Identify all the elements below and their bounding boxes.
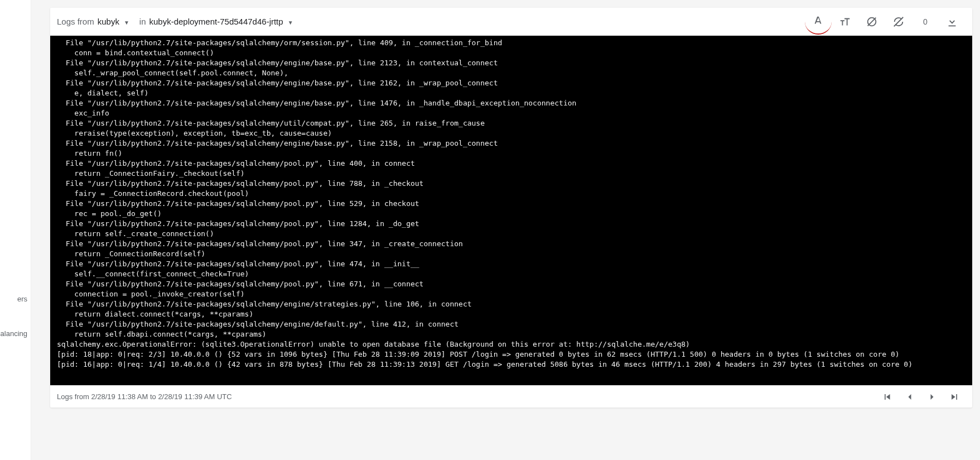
text-color-button[interactable] bbox=[805, 9, 832, 35]
next-page-button[interactable] bbox=[921, 386, 943, 408]
logs-from-value: kubyk bbox=[98, 17, 119, 26]
sidebar: ers alancing bbox=[0, 0, 31, 460]
prev-page-button[interactable] bbox=[899, 386, 921, 408]
skipped-count: 0 bbox=[912, 17, 939, 26]
log-footer: Logs from 2/28/19 11:38 AM to 2/28/19 11… bbox=[50, 385, 972, 408]
log-viewer-panel: Logs from kubyk ▼ in kubyk-deployment-75… bbox=[50, 8, 972, 408]
autorefresh-toggle-button[interactable] bbox=[885, 8, 912, 35]
first-page-button[interactable] bbox=[876, 386, 899, 408]
download-button[interactable] bbox=[939, 8, 965, 35]
last-page-button[interactable] bbox=[943, 386, 965, 408]
time-range-label: Logs from 2/28/19 11:38 AM to 2/28/19 11… bbox=[57, 392, 232, 401]
log-header: Logs from kubyk ▼ in kubyk-deployment-75… bbox=[50, 8, 972, 36]
in-dropdown[interactable]: in kubyk-deployment-75d5447d46-jrttp ▼ bbox=[139, 17, 293, 26]
logs-from-label: Logs from bbox=[57, 17, 94, 26]
sidebar-item-partial[interactable]: ers bbox=[17, 295, 27, 303]
chevron-down-icon: ▼ bbox=[124, 20, 129, 26]
sidebar-item-partial[interactable]: alancing bbox=[1, 329, 27, 338]
in-value: kubyk-deployment-75d5447d46-jrttp bbox=[149, 17, 283, 26]
text-size-button[interactable] bbox=[832, 8, 858, 35]
log-terminal[interactable]: File "/usr/lib/python2.7/site-packages/s… bbox=[50, 36, 972, 385]
chevron-down-icon: ▼ bbox=[288, 20, 293, 26]
in-label: in bbox=[139, 17, 146, 26]
timestamps-toggle-button[interactable] bbox=[858, 8, 885, 35]
logs-from-dropdown[interactable]: Logs from kubyk ▼ bbox=[57, 17, 129, 26]
